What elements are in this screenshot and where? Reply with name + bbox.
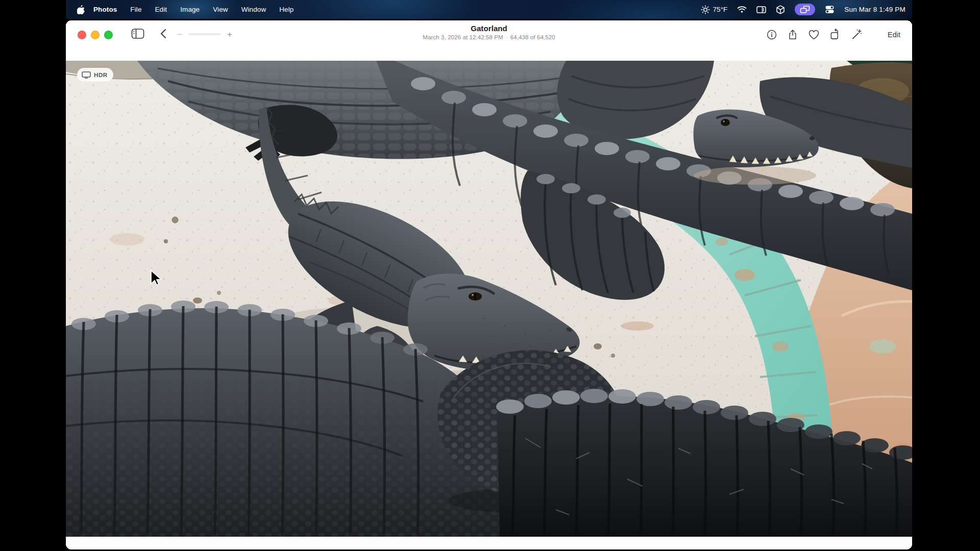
menu-bar-clock[interactable]: Sun Mar 8 1:49 PM: [844, 6, 905, 13]
close-button[interactable]: [78, 31, 86, 39]
minimize-button[interactable]: [91, 31, 100, 39]
mirroring-icon: [800, 5, 810, 14]
apple-menu-icon[interactable]: [77, 5, 85, 14]
menu-help[interactable]: Help: [273, 6, 300, 13]
sun-icon: [701, 5, 710, 14]
edit-button[interactable]: Edit: [885, 30, 903, 39]
subtitle-separator: ·: [506, 34, 508, 40]
photos-window: − + Gatorland March 3, 2026 at 12:42:58 …: [66, 20, 912, 549]
favorite-button[interactable]: [808, 29, 820, 40]
zoom-slider[interactable]: [188, 33, 221, 35]
display-icon: [82, 71, 91, 79]
screen-mirroring-indicator[interactable]: [795, 4, 815, 15]
zoom-in-button[interactable]: +: [227, 30, 232, 39]
weather-status[interactable]: 75°F: [701, 5, 728, 14]
title-bar: − + Gatorland March 3, 2026 at 12:42:58 …: [66, 20, 912, 61]
photo-counter: 64,438 of 64,520: [510, 34, 555, 40]
fullscreen-button[interactable]: [104, 31, 113, 39]
menu-file[interactable]: File: [124, 6, 148, 13]
heart-icon: [808, 29, 820, 40]
hdr-badge: HDR: [77, 68, 113, 82]
menu-view[interactable]: View: [206, 6, 234, 13]
menu-bar: Photos File Edit Image View Window Help: [0, 0, 980, 19]
magic-wand-icon: [851, 29, 863, 40]
rotate-icon: [829, 29, 841, 40]
wifi-icon[interactable]: [737, 6, 747, 13]
photo-date: March 3, 2026 at 12:42:58 PM: [423, 34, 503, 40]
alligators-photo: [66, 61, 912, 537]
menu-window[interactable]: Window: [235, 6, 273, 13]
zoom-out-button[interactable]: −: [177, 30, 182, 39]
window-bottom-bar: [66, 537, 912, 549]
menu-photos[interactable]: Photos: [85, 6, 124, 13]
traffic-lights: [78, 31, 113, 39]
back-button[interactable]: [160, 28, 167, 39]
zoom-control: − +: [177, 27, 232, 41]
info-button[interactable]: [766, 29, 777, 40]
chevron-left-icon: [160, 28, 167, 39]
display-split-icon[interactable]: [756, 6, 766, 14]
cube-icon[interactable]: [776, 5, 785, 14]
temperature-label: 75°F: [713, 6, 728, 13]
control-center-icon[interactable]: [825, 5, 835, 14]
hdr-label: HDR: [94, 72, 108, 78]
screen: Photos File Edit Image View Window Help: [0, 0, 980, 551]
info-icon: [766, 29, 777, 40]
menu-edit[interactable]: Edit: [149, 6, 174, 13]
share-icon: [787, 29, 798, 40]
rotate-button[interactable]: [829, 29, 841, 40]
menu-image[interactable]: Image: [174, 6, 206, 13]
sidebar-toggle-button[interactable]: [131, 28, 144, 39]
share-button[interactable]: [787, 29, 798, 40]
photo-canvas[interactable]: HDR: [66, 61, 912, 537]
toolbar-actions: Edit: [766, 29, 903, 40]
sidebar-icon: [131, 28, 144, 39]
auto-enhance-button[interactable]: [851, 29, 863, 40]
mouse-cursor: [150, 270, 162, 286]
